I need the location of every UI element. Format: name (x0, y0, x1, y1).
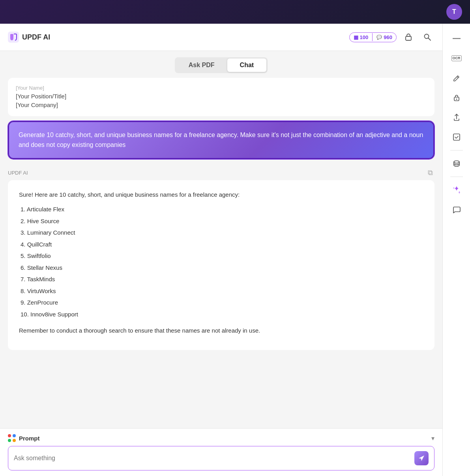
tab-chat[interactable]: Chat (227, 58, 267, 72)
chevron-down-icon[interactable]: ▾ (431, 435, 434, 442)
prompt-selector: Prompt ▾ (8, 434, 434, 442)
tabs-wrapper: Ask PDF Chat (175, 57, 268, 73)
chat-credit-icon: 💬 (376, 35, 382, 40)
messages-area[interactable]: [Your Name] [Your Position/Title] [Your … (0, 78, 442, 428)
prev-line1: [Your Name] (16, 84, 427, 92)
ai-intro: Sure! Here are 10 catchy, short, and uni… (19, 190, 423, 200)
svg-point-8 (454, 161, 459, 163)
user-message-bubble: Generate 10 catchy, short, and unique bu… (8, 121, 434, 159)
svg-line-3 (429, 38, 431, 41)
main-content: UPDF AI ▦ 100 💬 960 (0, 24, 470, 476)
user-avatar[interactable]: T (446, 4, 462, 20)
dot-yellow (13, 439, 16, 442)
user-message-text: Generate 10 catchy, short, and unique bu… (19, 132, 423, 149)
previous-message-bubble: [Your Name] [Your Position/Title] [Your … (8, 78, 434, 116)
database-icon[interactable] (448, 155, 465, 172)
sidebar-divider-2 (450, 177, 463, 177)
list-item: 3. Luminary Connect (21, 228, 423, 238)
dot-red (8, 434, 11, 437)
dot-blue (13, 434, 16, 437)
list-item: 7. TaskMinds (21, 274, 423, 284)
chat-input[interactable] (14, 455, 410, 462)
dot-green (8, 439, 11, 442)
logo-text: UPDF AI (22, 33, 50, 41)
chat-bubble-icon[interactable] (448, 201, 465, 218)
svg-rect-7 (453, 134, 460, 140)
chat-panel: UPDF AI ▦ 100 💬 960 (0, 24, 442, 476)
ai-label: UPDF AI (8, 170, 28, 176)
tab-ask-pdf[interactable]: Ask PDF (176, 58, 227, 72)
chat-credits: 💬 960 (373, 33, 396, 42)
pdf-credit-icon: ▦ (354, 34, 358, 40)
list-item: 5. Swiftfolio (21, 251, 423, 261)
prompt-dots-icon (8, 434, 16, 442)
copy-icon[interactable]: ⧉ (426, 167, 434, 179)
sidebar-divider-1 (450, 150, 463, 151)
list-item: 9. ZenProcure (21, 297, 423, 308)
ai-footer: Remember to conduct a thorough search to… (19, 325, 423, 336)
minimize-icon[interactable] (448, 30, 465, 47)
ocr-icon[interactable]: OCR (448, 50, 465, 66)
list-item: 1. Articulate Flex (21, 204, 423, 214)
header-right: ▦ 100 💬 960 (349, 30, 434, 44)
share-upload-icon[interactable] (448, 109, 465, 126)
send-button[interactable] (414, 451, 429, 465)
check-square-icon[interactable] (448, 129, 465, 145)
svg-point-2 (425, 34, 429, 39)
chat-header: UPDF AI ▦ 100 💬 960 (0, 24, 442, 51)
updf-logo-icon (8, 32, 19, 43)
list-item: 2. Hive Source (21, 216, 423, 226)
ai-sparkle-icon[interactable] (448, 182, 465, 198)
input-wrapper (8, 446, 434, 470)
prev-line3: [Your Company] (16, 101, 427, 110)
right-sidebar: OCR (442, 24, 470, 476)
ai-response-header: UPDF AI ⧉ (8, 164, 434, 180)
credits-badge[interactable]: ▦ 100 💬 960 (349, 32, 397, 42)
ai-names-list: 1. Articulate Flex 2. Hive Source 3. Lum… (21, 204, 423, 319)
chat-credit-count: 960 (384, 34, 392, 40)
lock-header-icon[interactable] (401, 30, 416, 44)
prompt-text: Prompt (19, 435, 40, 442)
svg-rect-1 (406, 36, 411, 40)
top-bar: T (0, 0, 470, 24)
prompt-label: Prompt (8, 434, 40, 442)
app-container: T UPDF AI ▦ (0, 0, 470, 476)
ai-response-content: Sure! Here are 10 catchy, short, and uni… (8, 180, 434, 350)
bottom-area: Prompt ▾ (0, 428, 442, 476)
logo-area: UPDF AI (8, 32, 50, 43)
list-item: 4. QuillCraft (21, 239, 423, 250)
prev-line2: [Your Position/Title] (16, 92, 427, 101)
search-header-icon[interactable] (420, 30, 434, 44)
list-item: 6. Stellar Nexus (21, 263, 423, 273)
list-item: 10. Innov8ive Support (21, 309, 423, 320)
list-item: 8. VirtuWorks (21, 286, 423, 296)
lock-pdf-icon[interactable] (448, 89, 465, 106)
tabs-container: Ask PDF Chat (0, 51, 442, 78)
edit-pdf-icon[interactable] (448, 70, 465, 86)
svg-point-6 (456, 99, 457, 100)
pdf-credits: ▦ 100 (350, 33, 373, 42)
pdf-credit-count: 100 (360, 34, 369, 40)
